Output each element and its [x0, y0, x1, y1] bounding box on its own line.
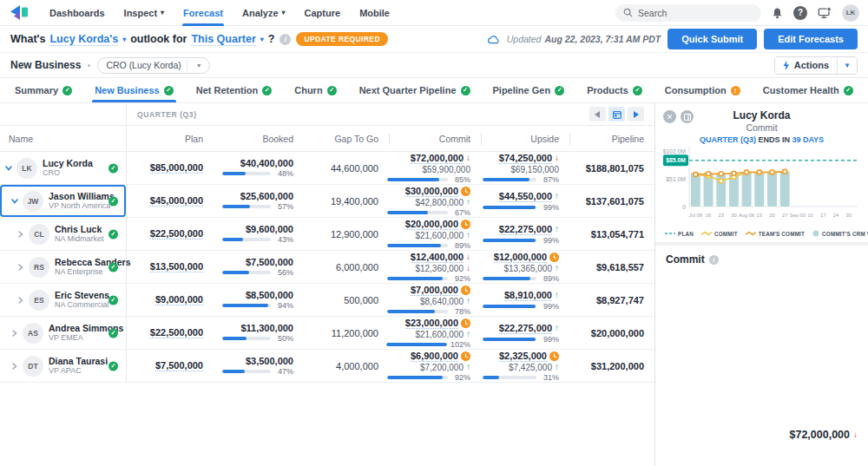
- name-cell[interactable]: ESEric StevensNA Commercial✓: [0, 284, 127, 316]
- crm-rollup-value: $8,640,000↑: [420, 297, 470, 306]
- search-input[interactable]: Search: [615, 4, 761, 22]
- forecast-value[interactable]: $30,000,000: [405, 186, 458, 197]
- info-icon[interactable]: i: [279, 34, 291, 45]
- expand-chevron-icon[interactable]: [10, 199, 18, 204]
- name-cell[interactable]: ASAndrea SimmonsVP EMEA✓: [0, 317, 127, 349]
- expand-chevron-icon[interactable]: [10, 363, 18, 370]
- plan-value[interactable]: $85,000,000: [150, 162, 203, 174]
- column-header-commit[interactable]: Commit: [389, 126, 481, 151]
- forecast-value[interactable]: $6,900,000: [411, 351, 458, 362]
- tab-next-quarter-pipeline[interactable]: Next Quarter Pipeline✓: [348, 78, 482, 102]
- name-cell[interactable]: LKLucy KordaCRO✓: [0, 152, 127, 184]
- table-row-jason-williams[interactable]: JWJason WilliamsVP North America✓$45,000…: [0, 185, 654, 218]
- table-row-andrea-simmons[interactable]: ASAndrea SimmonsVP EMEA✓$22,500,000$11,3…: [0, 317, 654, 350]
- arrow-up-icon: ↑: [555, 264, 559, 272]
- nav-capture[interactable]: Capture: [297, 0, 349, 26]
- expand-chevron-icon[interactable]: [16, 264, 24, 271]
- quarter-countdown: QUARTER (Q3) ENDS IN 39 DAYS: [663, 135, 860, 144]
- tab-summary[interactable]: Summary✓: [3, 78, 83, 102]
- legend-item-commit-s-crm-value[interactable]: COMMIT'S CRM VALUE: [812, 230, 868, 237]
- plan-value[interactable]: $22,500,000: [150, 327, 203, 338]
- user-avatar[interactable]: LK: [842, 4, 859, 22]
- column-header-plan[interactable]: Plan: [127, 126, 214, 151]
- table-row-lucy-korda[interactable]: LKLucy KordaCRO✓$85,000,000$40,400,00048…: [0, 152, 654, 185]
- forecast-value[interactable]: $22,275,000: [499, 323, 552, 334]
- tab-new-business[interactable]: New Business✓: [83, 78, 185, 102]
- table-row-eric-stevens[interactable]: ESEric StevensNA Commercial✓$9,000,000$8…: [0, 284, 654, 317]
- forecast-value[interactable]: $72,000,000: [411, 153, 464, 164]
- forecast-value[interactable]: $22,275,000: [499, 224, 552, 235]
- forecast-value[interactable]: $2,325,000: [499, 351, 547, 362]
- next-period-button[interactable]: [628, 107, 644, 121]
- plan-value[interactable]: $45,000,000: [150, 195, 203, 207]
- chevron-down-icon[interactable]: ▾: [260, 36, 264, 43]
- tab-churn[interactable]: Churn✓: [283, 78, 347, 102]
- name-cell[interactable]: CLChris LuckNA Midmarket✓: [0, 218, 127, 250]
- svg-text:$85.0M: $85.0M: [666, 157, 686, 164]
- actions-button[interactable]: Actions: [775, 57, 837, 74]
- forecast-value[interactable]: $20,000,000: [405, 219, 458, 230]
- chevron-down-icon[interactable]: ▾: [122, 36, 126, 43]
- dock-panel-icon[interactable]: [681, 110, 694, 123]
- table-row-diana-taurasi[interactable]: DTDiana TaurasiVP APAC✓$7,500,000$3,500,…: [0, 350, 654, 383]
- person-selector[interactable]: Lucy Korda's: [49, 33, 118, 46]
- name-cell[interactable]: RSRebecca SandersNA Enterprise✓: [0, 251, 127, 283]
- tab-label: Consumption: [665, 85, 727, 95]
- expand-chevron-icon[interactable]: [16, 297, 24, 304]
- tab-products[interactable]: Products✓: [575, 78, 654, 102]
- expand-chevron-icon[interactable]: [4, 166, 12, 171]
- quick-submit-button[interactable]: Quick Submit: [667, 29, 757, 49]
- plan-value[interactable]: $9,000,000: [155, 294, 203, 305]
- column-header-upside[interactable]: Upside: [481, 126, 569, 151]
- column-header-name[interactable]: Name: [0, 126, 127, 151]
- nav-mobile[interactable]: Mobile: [352, 0, 398, 26]
- expand-chevron-icon[interactable]: [10, 330, 18, 337]
- nav-analyze[interactable]: Analyze▾: [234, 0, 293, 26]
- actions-dropdown-button[interactable]: ▼: [837, 57, 857, 74]
- forecast-value[interactable]: $44,550,000: [499, 191, 552, 202]
- help-icon[interactable]: ?: [793, 6, 807, 20]
- svg-text:20: 20: [769, 213, 774, 218]
- clari-logo-icon[interactable]: [9, 4, 30, 21]
- calendar-button[interactable]: [608, 107, 625, 121]
- legend-item-commit[interactable]: COMMIT: [701, 231, 738, 237]
- nav-dashboards[interactable]: Dashboards: [42, 0, 113, 26]
- forecast-value[interactable]: $74,250,000: [499, 153, 552, 164]
- prev-period-button[interactable]: [589, 107, 606, 121]
- expand-chevron-icon[interactable]: [16, 231, 24, 238]
- table-row-rebecca-sanders[interactable]: RSRebecca SandersNA Enterprise✓$13,500,0…: [0, 251, 654, 284]
- legend-item-plan[interactable]: PLAN: [665, 231, 694, 237]
- plan-value[interactable]: $7,500,000: [155, 360, 203, 371]
- name-cell[interactable]: JWJason WilliamsVP North America✓: [0, 185, 127, 217]
- arrow-up-icon: ↑: [555, 291, 559, 299]
- column-header-gap-to-go[interactable]: Gap To Go: [304, 126, 389, 151]
- role-filter-pill[interactable]: CRO (Lucy Korda) ▼: [97, 57, 209, 74]
- plan-value[interactable]: $22,500,000: [150, 228, 203, 240]
- tab-pipeline-gen[interactable]: Pipeline Gen✓: [482, 78, 576, 102]
- notifications-bell-icon[interactable]: [772, 7, 783, 19]
- tab-customer-health[interactable]: Customer Health✓: [752, 78, 865, 102]
- forecast-value[interactable]: $12,000,000: [494, 252, 547, 263]
- progress-bar: [222, 337, 271, 340]
- legend-item-team-s-commit[interactable]: TEAM'S COMMIT: [746, 231, 805, 237]
- close-icon[interactable]: ✕: [663, 110, 676, 123]
- tab-consumption[interactable]: Consumption!: [654, 78, 752, 102]
- plan-value[interactable]: $13,500,000: [150, 261, 203, 272]
- table-row-chris-luck[interactable]: CLChris LuckNA Midmarket✓$22,500,000$9,6…: [0, 218, 654, 251]
- devices-icon[interactable]: [818, 7, 832, 19]
- tab-net-retention[interactable]: Net Retention✓: [185, 78, 284, 102]
- name-cell[interactable]: DTDiana TaurasiVP APAC✓: [0, 350, 127, 382]
- forecast-value[interactable]: $8,910,000: [504, 290, 552, 301]
- forecast-value[interactable]: $23,000,000: [405, 318, 458, 329]
- forecast-value[interactable]: $12,400,000: [411, 252, 464, 263]
- forecast-value[interactable]: $7,000,000: [411, 285, 458, 296]
- edit-forecasts-button[interactable]: Edit Forecasts: [764, 29, 858, 49]
- svg-text:16: 16: [706, 213, 711, 218]
- tab-products-rollup[interactable]: Products Rollup✓: [865, 78, 868, 102]
- nav-inspect[interactable]: Inspect▾: [116, 0, 173, 26]
- info-icon[interactable]: i: [709, 255, 719, 265]
- period-selector[interactable]: This Quarter: [191, 33, 255, 46]
- column-header-booked[interactable]: Booked: [214, 126, 304, 151]
- column-header-pipeline[interactable]: Pipeline: [569, 126, 654, 151]
- nav-forecast[interactable]: Forecast: [175, 0, 231, 26]
